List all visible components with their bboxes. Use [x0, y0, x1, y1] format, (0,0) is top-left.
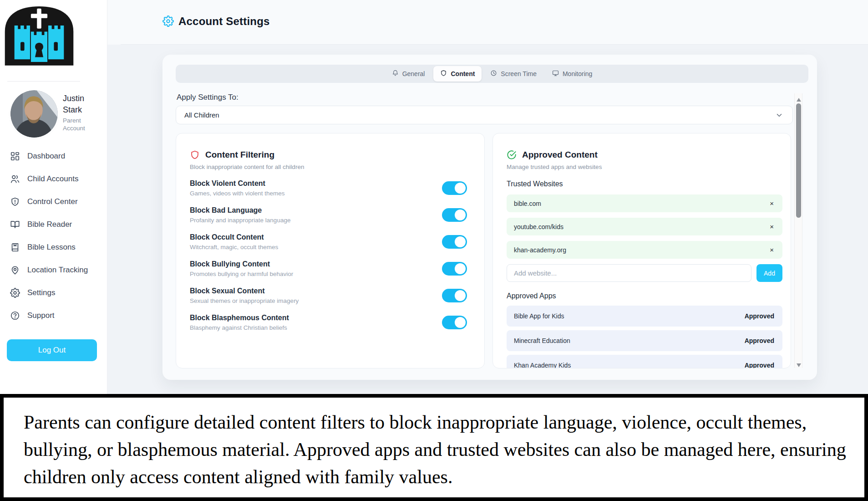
sidebar-item-label: Dashboard: [27, 152, 65, 161]
add-website-button[interactable]: Add: [756, 264, 782, 282]
toggle-desc: Promotes bullying or harmful behavior: [190, 271, 293, 277]
toggle-desc: Profanity and inappropriate language: [190, 217, 290, 224]
app-row: Khan Academy Kids Approved: [507, 355, 782, 368]
toggle-block-bad-language[interactable]: [442, 208, 467, 222]
toggle-block-bullying[interactable]: [442, 262, 467, 276]
castle-cross-logo-icon: [2, 5, 76, 68]
add-website-row: Add: [507, 264, 782, 282]
panel-subtitle: Block inappropriate content for all chil…: [190, 164, 467, 170]
main-area: Account Settings General Content Screen …: [107, 0, 868, 394]
logout-button[interactable]: Log Out: [7, 339, 97, 361]
dashboard-icon: [10, 151, 20, 161]
apply-settings-label: Apply Settings To:: [177, 93, 239, 102]
bell-icon: [392, 70, 399, 78]
shield-icon: [440, 70, 447, 78]
toggle-row: Block Violent Content Games, videos with…: [190, 175, 467, 202]
page-title: Account Settings: [178, 15, 270, 28]
toggle-block-blasphemous[interactable]: [442, 316, 467, 329]
approved-apps-list: Bible App for Kids Approved Minecraft Ed…: [507, 306, 782, 368]
toggle-row: Block Bullying Content Promotes bullying…: [190, 256, 467, 282]
monitor-icon: [552, 70, 559, 78]
user-role: Parent Account: [63, 117, 102, 132]
toggle-desc: Blasphemy against Christian beliefs: [190, 324, 289, 331]
website-row: khan-academy.org ×: [507, 241, 782, 259]
sidebar-item-settings[interactable]: Settings: [0, 281, 107, 304]
trusted-websites-label: Trusted Websites: [507, 180, 782, 188]
app-status-badge: Approved: [745, 362, 774, 368]
add-website-input[interactable]: [507, 264, 751, 282]
toggle-title: Block Sexual Content: [190, 287, 299, 295]
select-value: All Children: [184, 111, 219, 119]
user-name: Justin Stark: [63, 93, 102, 116]
toggle-row: Block Blasphemous Content Blasphemy agai…: [190, 309, 467, 336]
gear-icon: [162, 15, 174, 27]
caption-frame: Parents can configure detailed content f…: [0, 394, 868, 501]
app-name: Bible App for Kids: [514, 312, 564, 320]
settings-tabbar: General Content Screen Time Monitoring: [176, 65, 808, 83]
tab-label: Content: [451, 70, 475, 77]
sidebar-item-dashboard[interactable]: Dashboard: [0, 145, 107, 168]
toggle-desc: Games, videos with violent themes: [190, 190, 285, 197]
tab-screen-time[interactable]: Screen Time: [483, 66, 543, 82]
tab-monitoring[interactable]: Monitoring: [545, 66, 599, 82]
website-row: bible.com ×: [507, 194, 782, 212]
sidebar-item-label: Child Accounts: [27, 174, 78, 184]
bible-lessons-icon: [10, 242, 20, 252]
sidebar-item-control-center[interactable]: Control Center: [0, 190, 107, 213]
sidebar-item-child-accounts[interactable]: Child Accounts: [0, 168, 107, 190]
scroll-down-arrow-icon[interactable]: [796, 361, 802, 366]
panel-subtitle: Manage trusted apps and websites: [507, 164, 782, 170]
sidebar-item-bible-lessons[interactable]: Bible Lessons: [0, 236, 107, 259]
support-icon: [10, 311, 20, 321]
clock-icon: [490, 70, 497, 78]
sidebar-item-label: Support: [27, 311, 55, 320]
website-name: youtube.com/kids: [514, 223, 563, 230]
app-window: Justin Stark Parent Account Dashboard Ch…: [0, 0, 868, 501]
trusted-websites-list: bible.com × youtube.com/kids × khan-acad…: [507, 194, 782, 259]
settings-card: General Content Screen Time Monitoring A…: [162, 55, 817, 380]
scroll-up-arrow-icon[interactable]: [796, 96, 802, 100]
toggle-title: Block Occult Content: [190, 233, 278, 241]
app-row: Bible App for Kids Approved: [507, 306, 782, 327]
toggle-block-occult[interactable]: [442, 235, 467, 249]
sidebar: Justin Stark Parent Account Dashboard Ch…: [0, 0, 107, 394]
chevron-down-icon: [775, 111, 783, 119]
remove-website-button[interactable]: ×: [770, 200, 774, 207]
scrollbar[interactable]: [794, 93, 802, 368]
app-status-badge: Approved: [745, 337, 774, 344]
content-filtering-panel: Content Filtering Block inappropriate co…: [176, 133, 485, 368]
panel-title: Approved Content: [522, 150, 598, 160]
toggle-title: Block Blasphemous Content: [190, 314, 289, 322]
sidebar-item-label: Settings: [27, 288, 55, 297]
toggle-desc: Sexual themes or inappropriate imagery: [190, 297, 299, 304]
toggle-title: Block Bad Language: [190, 206, 290, 215]
sidebar-item-label: Bible Lessons: [27, 243, 76, 252]
location-tracking-icon: [10, 265, 20, 275]
toggle-block-sexual[interactable]: [442, 289, 467, 302]
sidebar-item-label: Location Tracking: [27, 266, 88, 275]
sidebar-item-support[interactable]: Support: [0, 304, 107, 327]
apply-settings-select[interactable]: All Children: [176, 106, 793, 124]
remove-website-button[interactable]: ×: [770, 246, 774, 253]
sidebar-item-location-tracking[interactable]: Location Tracking: [0, 259, 107, 281]
sidebar-item-bible-reader[interactable]: Bible Reader: [0, 213, 107, 236]
caption-text: Parents can configure detailed content f…: [24, 409, 848, 491]
toggle-title: Block Bullying Content: [190, 260, 293, 268]
remove-website-button[interactable]: ×: [770, 223, 774, 230]
settings-icon: [10, 288, 20, 298]
toggle-row: Block Sexual Content Sexual themes or in…: [190, 282, 467, 309]
app-row: Minecraft Education Approved: [507, 330, 782, 351]
tab-label: Screen Time: [501, 70, 537, 77]
toggle-block-violent[interactable]: [442, 181, 467, 195]
website-row: youtube.com/kids ×: [507, 218, 782, 235]
app-name: Minecraft Education: [514, 337, 570, 344]
control-center-icon: [10, 197, 20, 207]
tab-general[interactable]: General: [385, 66, 432, 82]
scrollbar-thumb[interactable]: [796, 103, 801, 218]
tab-label: Monitoring: [563, 70, 592, 77]
toggle-desc: Witchcraft, magic, occult themes: [190, 244, 278, 250]
avatar: [10, 90, 58, 138]
sidebar-item-label: Bible Reader: [27, 220, 72, 229]
filter-toggle-list: Block Violent Content Games, videos with…: [190, 175, 467, 336]
tab-content[interactable]: Content: [433, 66, 482, 82]
